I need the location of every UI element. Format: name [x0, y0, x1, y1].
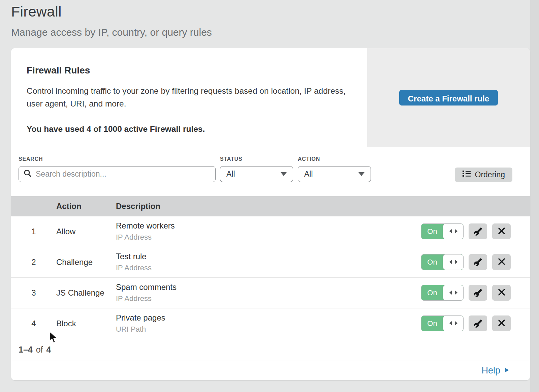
firewall-card: Firewall Rules Control incoming traffic …	[11, 48, 530, 380]
rule-enabled-toggle[interactable]: On	[421, 254, 464, 270]
help-link[interactable]: Help	[481, 365, 509, 376]
status-select-value: All	[226, 170, 235, 179]
toggle-on-label: On	[421, 224, 443, 239]
close-icon	[498, 258, 505, 266]
ordering-button-label: Ordering	[475, 170, 505, 179]
ordered-list-icon	[462, 170, 471, 180]
intro-heading: Firewall Rules	[27, 65, 347, 76]
search-icon	[24, 169, 32, 179]
left-right-arrows-icon	[449, 258, 458, 267]
intro-section: Firewall Rules Control incoming traffic …	[11, 48, 530, 147]
ordering-button[interactable]: Ordering	[455, 168, 512, 182]
wrench-icon	[474, 227, 482, 236]
status-select[interactable]: All	[220, 166, 293, 182]
rule-enabled-toggle[interactable]: On	[421, 315, 464, 331]
rule-priority: 1	[11, 227, 56, 236]
status-label: STATUS	[220, 156, 293, 162]
filter-bar: SEARCH STATUS All ACTION All	[11, 147, 530, 196]
wrench-icon	[474, 319, 482, 328]
rule-description-cell: Test rule IP Address	[116, 252, 421, 272]
intro-description: Control incoming traffic to your zone by…	[27, 85, 347, 110]
rule-action: JS Challenge	[56, 288, 116, 298]
chevron-down-icon	[281, 172, 287, 176]
rule-action: Challenge	[56, 258, 116, 267]
action-select[interactable]: All	[298, 166, 371, 182]
pagination-range: 1–4	[19, 345, 33, 355]
page-title: Firewall	[11, 3, 539, 20]
rule-controls: On	[421, 223, 530, 239]
page-header: Firewall Manage access by IP, country, o…	[0, 0, 539, 38]
rule-priority: 2	[11, 258, 56, 267]
delete-rule-button[interactable]	[492, 223, 511, 239]
rule-match-type: IP Address	[116, 233, 421, 242]
delete-rule-button[interactable]	[492, 315, 511, 331]
rule-priority: 4	[11, 319, 56, 328]
close-icon	[498, 289, 505, 297]
rule-enabled-toggle[interactable]: On	[421, 285, 464, 301]
left-right-arrows-icon	[449, 227, 458, 236]
toggle-handle[interactable]	[443, 285, 463, 300]
pagination-total: 4	[46, 345, 51, 355]
rule-priority: 3	[11, 288, 56, 298]
rules-usage-note: You have used 4 of 1000 active Firewall …	[27, 124, 347, 134]
rule-match-type: URI Path	[116, 325, 421, 334]
rule-description: Private pages	[116, 313, 421, 323]
rule-description-cell: Spam comments IP Address	[116, 282, 421, 303]
toggle-handle[interactable]	[443, 224, 463, 239]
search-label: SEARCH	[19, 156, 216, 162]
toggle-on-label: On	[421, 316, 443, 331]
toggle-on-label: On	[421, 285, 443, 300]
rule-match-type: IP Address	[116, 294, 421, 303]
rule-match-type: IP Address	[116, 264, 421, 272]
edit-rule-button[interactable]	[469, 285, 487, 301]
edit-rule-button[interactable]	[469, 223, 487, 239]
rule-controls: On	[421, 254, 530, 270]
left-right-arrows-icon	[449, 319, 458, 328]
rule-description: Spam comments	[116, 282, 421, 292]
pagination: 1–4 of 4	[11, 339, 530, 361]
intro-text-block: Firewall Rules Control incoming traffic …	[11, 48, 367, 147]
description-column-header: Description	[116, 202, 530, 211]
toggle-handle[interactable]	[443, 254, 463, 270]
search-input[interactable]	[36, 170, 211, 179]
rule-controls: On	[421, 315, 530, 331]
rule-description-cell: Private pages URI Path	[116, 313, 421, 334]
edit-rule-button[interactable]	[469, 315, 487, 331]
table-body: 1 Allow Remote workers IP Address On	[11, 216, 530, 339]
chevron-down-icon	[358, 172, 364, 176]
action-column-header: Action	[56, 202, 116, 211]
window-edge	[530, 0, 539, 392]
action-select-value: All	[304, 170, 313, 179]
action-label: ACTION	[298, 156, 371, 162]
delete-rule-button[interactable]	[492, 285, 511, 301]
toggle-handle[interactable]	[443, 316, 463, 331]
edit-rule-button[interactable]	[469, 254, 487, 270]
wrench-icon	[474, 258, 482, 267]
toggle-on-label: On	[421, 254, 443, 270]
table-row: 1 Allow Remote workers IP Address On	[11, 216, 530, 247]
rule-description: Remote workers	[116, 221, 421, 231]
table-row: 3 JS Challenge Spam comments IP Address …	[11, 278, 530, 308]
rule-enabled-toggle[interactable]: On	[421, 223, 464, 239]
table-row: 2 Challenge Test rule IP Address On	[11, 247, 530, 278]
close-icon	[498, 227, 505, 236]
arrow-right-icon	[504, 365, 509, 376]
rule-controls: On	[421, 285, 530, 301]
card-footer: Help	[11, 361, 530, 380]
wrench-icon	[474, 289, 482, 297]
close-icon	[498, 319, 505, 328]
delete-rule-button[interactable]	[492, 254, 511, 270]
pagination-of-text: of	[36, 345, 43, 355]
rule-action: Block	[56, 319, 116, 328]
status-filter-group: STATUS All	[220, 156, 293, 182]
page-subtitle: Manage access by IP, country, or query r…	[11, 27, 539, 38]
table-row: 4 Block Private pages URI Path On	[11, 308, 530, 339]
search-box[interactable]	[19, 166, 216, 182]
help-link-label: Help	[481, 365, 500, 376]
rule-description-cell: Remote workers IP Address	[116, 221, 421, 242]
search-filter-group: SEARCH	[19, 156, 216, 182]
rule-description: Test rule	[116, 252, 421, 261]
action-filter-group: ACTION All	[298, 156, 371, 182]
create-firewall-rule-button[interactable]: Create a Firewall rule	[399, 90, 498, 105]
rule-action: Allow	[56, 227, 116, 236]
